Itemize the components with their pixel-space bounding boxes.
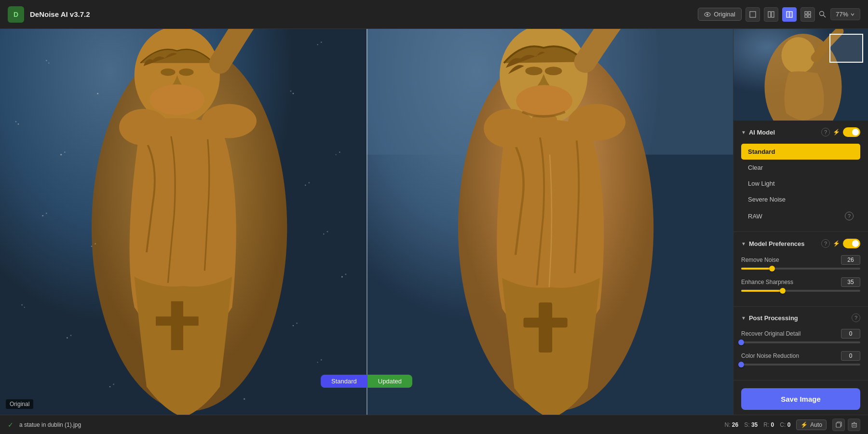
ai-model-collapse[interactable]: ▼ bbox=[741, 130, 746, 135]
view-single-button[interactable] bbox=[746, 7, 760, 22]
status-bar: ✓ a statue in dublin (1).jpg N: 26 S: 35… bbox=[0, 415, 868, 434]
color-noise-track[interactable] bbox=[741, 364, 860, 366]
recover-detail-thumb[interactable] bbox=[738, 339, 744, 345]
recover-detail-label: Recover Original Detail bbox=[741, 330, 800, 337]
svg-rect-55 bbox=[15, 121, 17, 122]
app-title: DeNoise AI v3.7.2 bbox=[30, 10, 90, 18]
svg-point-16 bbox=[161, 68, 175, 76]
color-noise-thumb[interactable] bbox=[738, 362, 744, 367]
raw-help-icon[interactable]: ? bbox=[845, 212, 854, 220]
svg-rect-62 bbox=[345, 274, 347, 275]
updated-pill[interactable]: Updated bbox=[367, 375, 412, 388]
save-image-button[interactable]: Save Image bbox=[741, 388, 860, 410]
model-preferences-section: ▼ Model Preferences ? ⚡ Remove Noise 26 bbox=[733, 232, 868, 307]
original-label: Original bbox=[6, 399, 33, 409]
post-processing-section: ▼ Post Processing ? Recover Original Det… bbox=[733, 307, 868, 380]
remove-noise-track[interactable] bbox=[741, 268, 860, 270]
svg-point-36 bbox=[323, 233, 324, 234]
enhance-sharpness-thumb[interactable] bbox=[780, 288, 786, 294]
thumbnail-viewport[interactable] bbox=[829, 34, 863, 63]
enhance-sharpness-value[interactable]: 35 bbox=[841, 277, 860, 287]
ai-model-help[interactable]: ? bbox=[821, 128, 830, 136]
svg-rect-64 bbox=[296, 323, 298, 324]
copy-button[interactable] bbox=[832, 419, 845, 431]
auto-button[interactable]: ⚡ Auto bbox=[796, 420, 827, 430]
model-pref-collapse[interactable]: ▼ bbox=[741, 241, 746, 246]
svg-rect-82 bbox=[524, 318, 568, 327]
svg-rect-87 bbox=[836, 423, 841, 427]
view-split-h-button[interactable] bbox=[764, 7, 778, 22]
color-param: C: 0 bbox=[780, 421, 790, 428]
svg-point-43 bbox=[109, 386, 111, 388]
post-proc-help[interactable]: ? bbox=[852, 313, 860, 322]
model-pref-toggle-switch[interactable] bbox=[843, 239, 860, 248]
image-container: Original bbox=[0, 29, 733, 415]
ai-model-toggle-switch[interactable] bbox=[843, 127, 860, 137]
svg-rect-60 bbox=[327, 231, 328, 232]
svg-point-38 bbox=[341, 276, 343, 277]
svg-point-42 bbox=[317, 362, 318, 363]
auto-lightning-icon: ⚡ bbox=[800, 421, 808, 428]
view-grid-button[interactable] bbox=[800, 7, 815, 22]
zoom-icon bbox=[819, 11, 827, 18]
view-single-icon bbox=[749, 11, 756, 18]
header-controls: Original bbox=[698, 7, 860, 22]
post-proc-collapse[interactable]: ▼ bbox=[741, 315, 746, 321]
status-filename: a statue in dublin (1).jpg bbox=[19, 421, 81, 428]
model-pref-lightning-icon: ⚡ bbox=[833, 240, 840, 247]
svg-rect-4 bbox=[772, 12, 774, 17]
remove-noise-thumb[interactable] bbox=[769, 266, 775, 271]
noise-param: N: 26 bbox=[725, 421, 739, 428]
standard-pill[interactable]: Standard bbox=[321, 375, 367, 388]
chevron-down-icon bbox=[850, 12, 855, 17]
view-split-h-icon bbox=[768, 11, 774, 18]
svg-point-34 bbox=[305, 185, 306, 186]
enhance-sharpness-label: Enhance Sharpness bbox=[741, 279, 793, 285]
recover-detail-track[interactable] bbox=[741, 341, 860, 343]
svg-point-74 bbox=[525, 67, 542, 75]
svg-point-40 bbox=[293, 325, 294, 326]
color-noise-value[interactable]: 0 bbox=[841, 351, 860, 361]
svg-rect-2 bbox=[750, 12, 756, 17]
enhance-sharpness-row: Enhance Sharpness 35 bbox=[741, 277, 860, 292]
svg-point-26 bbox=[48, 62, 50, 64]
color-noise-row: Color Noise Reduction 0 bbox=[741, 351, 860, 366]
model-option-standard[interactable]: Standard bbox=[741, 144, 860, 160]
processed-image-half bbox=[366, 29, 733, 415]
recover-detail-value[interactable]: 0 bbox=[841, 329, 860, 339]
recover-detail-row: Recover Original Detail 0 bbox=[741, 329, 860, 343]
svg-point-27 bbox=[97, 93, 98, 94]
remove-noise-value[interactable]: 26 bbox=[841, 255, 860, 265]
svg-point-35 bbox=[42, 215, 43, 217]
svg-point-32 bbox=[336, 154, 337, 155]
model-option-raw[interactable]: RAW ? bbox=[741, 207, 860, 225]
model-pref-help[interactable]: ? bbox=[821, 239, 830, 248]
svg-point-39 bbox=[24, 307, 25, 308]
svg-rect-8 bbox=[808, 12, 811, 14]
svg-rect-63 bbox=[21, 304, 23, 306]
model-preferences-header: ▼ Model Preferences ? ⚡ bbox=[741, 239, 860, 248]
ai-model-section: ▼ AI Model ? ⚡ Standard Clear Low Light bbox=[733, 121, 868, 232]
svg-point-37 bbox=[91, 245, 93, 247]
original-button[interactable]: Original bbox=[698, 8, 742, 21]
status-action-icons bbox=[832, 419, 860, 431]
enhance-sharpness-fill bbox=[741, 290, 783, 292]
svg-rect-67 bbox=[113, 384, 114, 385]
delete-button[interactable] bbox=[848, 419, 860, 431]
svg-rect-57 bbox=[64, 151, 66, 153]
trash-icon bbox=[851, 421, 857, 428]
enhance-sharpness-track[interactable] bbox=[741, 290, 860, 292]
model-option-low-light[interactable]: Low Light bbox=[741, 176, 860, 191]
remove-noise-fill bbox=[741, 268, 772, 270]
svg-point-85 bbox=[782, 37, 815, 74]
view-split-v-button[interactable] bbox=[782, 7, 797, 22]
comparison-divider bbox=[366, 29, 367, 415]
model-option-clear[interactable]: Clear bbox=[741, 160, 860, 176]
view-split-v-icon bbox=[786, 11, 793, 18]
model-option-severe-noise[interactable]: Severe Noise bbox=[741, 191, 860, 207]
svg-point-30 bbox=[293, 93, 294, 95]
svg-point-80 bbox=[568, 104, 625, 141]
zoom-control[interactable]: 77% bbox=[830, 8, 860, 20]
svg-rect-59 bbox=[46, 213, 47, 214]
svg-line-12 bbox=[823, 15, 826, 17]
